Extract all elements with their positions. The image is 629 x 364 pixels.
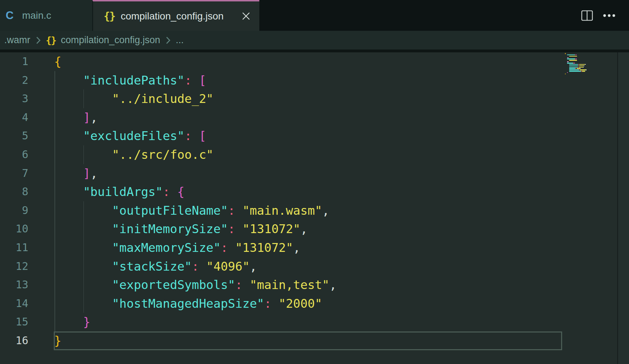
minimap[interactable] bbox=[562, 52, 617, 364]
code-line[interactable]: 6 "../src/foo.c" bbox=[0, 145, 629, 164]
minimap-line bbox=[575, 54, 576, 56]
minimap-line bbox=[569, 67, 577, 68]
indent-guide bbox=[54, 276, 55, 294]
minimap-line bbox=[582, 71, 585, 72]
indent-guide bbox=[54, 201, 55, 220]
line-number: 8 bbox=[0, 183, 54, 201]
minimap-line bbox=[580, 69, 586, 70]
minimap-line bbox=[583, 67, 584, 68]
code-text: "../src/foo.c" bbox=[54, 145, 213, 164]
code-line[interactable]: 14 "hostManagedHeapSize": "2000" bbox=[0, 294, 629, 313]
json-braces-icon: {} bbox=[104, 10, 115, 22]
indent-guide bbox=[54, 108, 55, 127]
minimap-line bbox=[568, 61, 569, 62]
indent-guide bbox=[54, 294, 55, 313]
minimap-line bbox=[567, 54, 575, 56]
breadcrumb-folder[interactable]: .wamr bbox=[4, 35, 30, 46]
chevron-right-icon bbox=[35, 36, 41, 45]
minimap-line bbox=[569, 68, 575, 69]
line-number: 5 bbox=[0, 127, 54, 145]
line-number: 12 bbox=[0, 257, 54, 276]
code-line[interactable]: 13 "exportedSymbols": "main,test", bbox=[0, 276, 629, 294]
code-line[interactable]: 3 "../include_2" bbox=[0, 89, 629, 108]
line-number: 10 bbox=[0, 220, 54, 238]
code-line[interactable]: 5 "excludeFiles": [ bbox=[0, 127, 629, 145]
minimap-line bbox=[579, 69, 579, 70]
code-line[interactable]: 1{ bbox=[0, 52, 629, 71]
line-number: 7 bbox=[0, 164, 54, 183]
more-actions-icon[interactable] bbox=[603, 14, 616, 17]
tab-label: main.c bbox=[22, 10, 51, 21]
indent-guide bbox=[54, 145, 55, 164]
minimap-line bbox=[579, 65, 583, 67]
code-text: } bbox=[54, 331, 61, 350]
code-line[interactable]: 9 "outputFileName": "main.wasm", bbox=[0, 201, 629, 220]
code-line[interactable]: 16} bbox=[0, 331, 629, 350]
minimap-line bbox=[569, 65, 578, 67]
line-number: 11 bbox=[0, 238, 54, 257]
line-number: 13 bbox=[0, 276, 54, 294]
minimap-line bbox=[575, 68, 576, 69]
minimap-line bbox=[568, 57, 569, 58]
chevron-right-icon bbox=[165, 36, 171, 45]
line-number: 9 bbox=[0, 201, 54, 220]
minimap-line bbox=[569, 64, 578, 65]
minimap-line bbox=[584, 65, 584, 67]
code-line[interactable]: 10 "initMemorySize": "131072", bbox=[0, 220, 629, 238]
minimap-line bbox=[573, 63, 574, 64]
minimap-line bbox=[580, 68, 581, 69]
minimap-line bbox=[569, 60, 577, 61]
tab-bar: C main.c {} compilation_config.json bbox=[0, 0, 629, 31]
indent-guide bbox=[83, 276, 84, 294]
code-text: "outputFileName": "main.wasm", bbox=[54, 201, 329, 220]
minimap-line bbox=[577, 68, 580, 69]
c-language-icon: C bbox=[6, 9, 13, 22]
code-line[interactable]: 15 } bbox=[0, 313, 629, 331]
code-line[interactable]: 4 ], bbox=[0, 108, 629, 127]
indent-guide bbox=[54, 127, 55, 145]
minimap-line bbox=[569, 69, 578, 70]
vertical-scrollbar[interactable] bbox=[618, 52, 629, 364]
indent-guide bbox=[54, 238, 55, 257]
code-text: } bbox=[54, 313, 90, 331]
breadcrumb: .wamr {} compilation_config.json ... bbox=[0, 31, 629, 50]
minimap-line bbox=[567, 72, 568, 73]
tab-main-c[interactable]: C main.c bbox=[0, 0, 92, 31]
code-line[interactable]: 7 ], bbox=[0, 164, 629, 183]
code-line[interactable]: 2 "includePaths": [ bbox=[0, 71, 629, 90]
close-tab-icon[interactable] bbox=[241, 11, 251, 21]
line-number: 14 bbox=[0, 294, 54, 313]
code-lines: 1{2 "includePaths": [3 "../include_2"4 ]… bbox=[0, 52, 629, 350]
line-number: 2 bbox=[0, 71, 54, 90]
minimap-line bbox=[578, 65, 579, 67]
breadcrumb-symbol-more[interactable]: ... bbox=[176, 35, 184, 46]
code-line[interactable]: 11 "maxMemorySize": "131072", bbox=[0, 238, 629, 257]
indent-guide bbox=[83, 89, 84, 108]
code-line[interactable]: 8 "buildArgs": { bbox=[0, 183, 629, 201]
code-text: "hostManagedHeapSize": "2000" bbox=[54, 294, 322, 313]
json-braces-icon: {} bbox=[46, 35, 56, 46]
code-text: "exportedSymbols": "main,test", bbox=[54, 276, 336, 294]
tab-compilation-config-json[interactable]: {} compilation_config.json bbox=[92, 0, 259, 31]
minimap-line bbox=[567, 63, 573, 64]
code-text: "excludeFiles": [ bbox=[54, 127, 206, 145]
minimap-line bbox=[575, 58, 576, 59]
code-text: "buildArgs": { bbox=[54, 183, 185, 201]
breadcrumb-file[interactable]: compilation_config.json bbox=[61, 35, 160, 46]
minimap-line bbox=[565, 74, 566, 75]
editor-group: C main.c {} compilation_config.json bbox=[0, 0, 629, 364]
tab-label: compilation_config.json bbox=[121, 11, 224, 22]
minimap-line bbox=[576, 54, 577, 56]
minimap-line bbox=[578, 64, 579, 65]
indent-guide bbox=[83, 257, 84, 276]
code-editor[interactable]: 1{2 "includePaths": [3 "../include_2"4 ]… bbox=[0, 52, 629, 364]
minimap-line bbox=[579, 67, 583, 68]
split-editor-icon[interactable] bbox=[581, 10, 593, 21]
indent-guide bbox=[54, 71, 55, 90]
indent-guide bbox=[83, 294, 84, 313]
code-line[interactable]: 12 "stackSize": "4096", bbox=[0, 257, 629, 276]
line-number: 16 bbox=[0, 331, 54, 350]
minimap-line bbox=[576, 58, 577, 59]
minimap-line bbox=[579, 64, 585, 65]
editor-actions bbox=[581, 0, 629, 31]
